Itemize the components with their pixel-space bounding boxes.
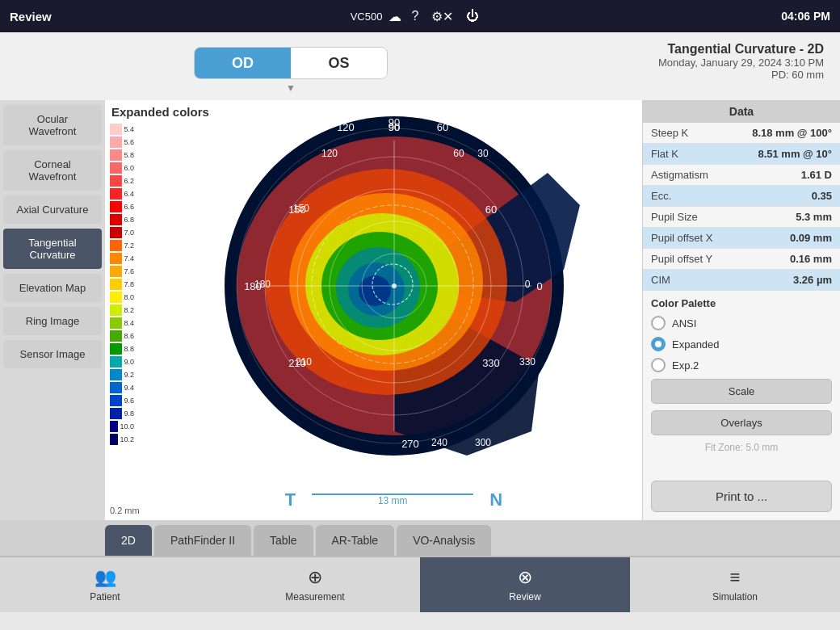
palette-expanded[interactable]: Expanded [643, 334, 840, 355]
pupil-offset-y-label: Pupil offset Y [651, 253, 712, 265]
steep-k-value: 8.18 mm @ 100° [752, 127, 832, 139]
scale-text: 13 mm [378, 495, 408, 506]
data-row-pupil-size: Pupil Size 5.3 mm [643, 207, 840, 228]
bottom-nav: 👥 Patient ⊕ Measurement ⊗ Review ≡ Simul… [0, 556, 840, 612]
sidebar-item-tangential-curvature[interactable]: TangentialCurvature [3, 229, 102, 269]
print-section: Print to ... [643, 472, 840, 520]
data-panel-header: Data [643, 100, 840, 123]
patient-icon: 👥 [94, 567, 116, 588]
measurement-icon: ⊕ [308, 567, 322, 588]
chart-title: Tangential Curvature - 2D [582, 42, 824, 57]
svg-text:240: 240 [430, 437, 447, 448]
data-row-flat-k: Flat K 8.51 mm @ 10° [643, 144, 840, 165]
data-row-pupil-offset-y: Pupil offset Y 0.16 mm [643, 249, 840, 270]
mm-label: 0.2 mm [110, 506, 140, 515]
ecc-label: Ecc. [651, 190, 671, 202]
svg-text:0: 0 [536, 280, 542, 292]
svg-text:330: 330 [519, 356, 535, 368]
pupil-size-value: 5.3 mm [796, 211, 832, 223]
top-bar: Review VC500 ☁ ? ⚙✕ ⏻ 04:06 PM [0, 0, 840, 32]
power-button[interactable]: ⏻ [463, 7, 482, 25]
help-button[interactable]: ? [408, 7, 422, 25]
palette-ansi-label: ANSI [672, 317, 696, 330]
tab-table[interactable]: Table [254, 525, 313, 556]
map-area: Expanded colors 5.4 5.6 5.8 6.0 6.2 6.4 … [105, 100, 642, 520]
color-palette-section: Color Palette [643, 291, 840, 313]
palette-ansi[interactable]: ANSI [643, 313, 840, 334]
sidebar-item-sensor-image[interactable]: Sensor Image [3, 340, 102, 368]
nav-patient-label: Patient [90, 591, 120, 603]
data-row-astigmatism: Astigmatism 1.61 D [643, 165, 840, 186]
tabs-row: 2D PathFinder II Table AR-Table VO-Analy… [0, 520, 840, 556]
palette-expanded-label: Expanded [672, 338, 720, 351]
color-scale: 5.4 5.6 5.8 6.0 6.2 6.4 6.6 6.8 7.0 7.2 … [110, 123, 134, 446]
svg-text:120: 120 [337, 121, 355, 133]
nav-simulation-label: Simulation [712, 591, 758, 603]
settings-button[interactable]: ⚙✕ [428, 7, 456, 26]
color-palette-label: Color Palette [651, 297, 716, 309]
svg-text:150: 150 [292, 203, 309, 214]
pupil-offset-x-label: Pupil offset X [651, 232, 712, 244]
tab-vo-analysis[interactable]: VO-Analysis [397, 525, 491, 556]
clock: 04:06 PM [781, 10, 830, 23]
tab-ar-table[interactable]: AR-Table [316, 525, 395, 556]
label-t: T [285, 489, 296, 510]
sidebar-item-ring-image[interactable]: Ring Image [3, 307, 102, 335]
map-bottom: T 13 mm N [145, 480, 642, 520]
svg-text:30: 30 [477, 148, 489, 159]
svg-point-8 [359, 275, 391, 306]
data-row-cim: CIM 3.26 µm [643, 270, 840, 291]
app-title: Review [10, 10, 52, 23]
radio-expanded [651, 337, 666, 351]
steep-k-label: Steep K [651, 127, 688, 139]
scale-bar: 13 mm [312, 494, 473, 506]
map-canvas[interactable]: 90 60 0 330 270 210 180 150 90 120 60 60… [145, 108, 642, 480]
pupil-offset-x-value: 0.09 mm [790, 232, 832, 244]
data-row-pupil-offset-x: Pupil offset X 0.09 mm [643, 228, 840, 249]
review-icon: ⊗ [518, 567, 532, 588]
nav-simulation[interactable]: ≡ Simulation [630, 557, 840, 612]
ecc-value: 0.35 [812, 190, 832, 202]
cim-label: CIM [651, 274, 670, 286]
od-button[interactable]: OD [195, 48, 291, 78]
flat-k-label: Flat K [651, 148, 678, 160]
header-area: OD OS ▼ Tangential Curvature - 2D Monday… [0, 32, 840, 100]
palette-exp2-label: Exp.2 [672, 359, 699, 372]
tab-2d[interactable]: 2D [105, 525, 152, 556]
svg-text:330: 330 [482, 357, 500, 369]
astigmatism-label: Astigmatism [651, 169, 708, 181]
os-button[interactable]: OS [291, 48, 387, 78]
sidebar-item-elevation-map[interactable]: Elevation Map [3, 274, 102, 302]
palette-exp2[interactable]: Exp.2 [643, 355, 840, 376]
svg-text:60: 60 [436, 121, 447, 133]
nav-measurement[interactable]: ⊕ Measurement [210, 557, 420, 612]
pupil-offset-y-value: 0.16 mm [790, 253, 832, 265]
print-button[interactable]: Print to ... [651, 481, 832, 512]
cim-value: 3.26 µm [793, 274, 832, 286]
radio-exp2 [651, 358, 666, 372]
label-n: N [489, 489, 502, 510]
fit-zone-label: Fit Zone: 5.0 mm [643, 439, 840, 456]
sidebar-item-axial-curvature[interactable]: Axial Curvature [3, 195, 102, 224]
pupil-size-label: Pupil Size [651, 211, 698, 223]
astigmatism-value: 1.61 D [801, 169, 832, 181]
nav-patient[interactable]: 👥 Patient [0, 557, 210, 612]
sidebar-item-corneal-wavefront[interactable]: CornealWavefront [3, 150, 102, 191]
chart-pd: PD: 60 mm [582, 69, 824, 81]
svg-text:60: 60 [453, 148, 464, 159]
svg-text:60: 60 [485, 204, 496, 216]
main-content: OcularWavefront CornealWavefront Axial C… [0, 100, 840, 520]
scale-button[interactable]: Scale [651, 379, 832, 404]
data-row-ecc: Ecc. 0.35 [643, 186, 840, 207]
cloud-icon: ☁ [388, 9, 401, 24]
sidebar-item-ocular-wavefront[interactable]: OcularWavefront [3, 105, 102, 145]
overlays-button[interactable]: Overlays [651, 410, 832, 435]
tab-pathfinder[interactable]: PathFinder II [154, 525, 251, 556]
radio-ansi [651, 316, 666, 330]
svg-text:90: 90 [388, 116, 399, 128]
top-center-icons: VC500 ☁ ? ⚙✕ ⏻ [351, 7, 483, 26]
nav-review[interactable]: ⊗ Review [420, 557, 630, 612]
flat-k-value: 8.51 mm @ 10° [758, 148, 832, 160]
eye-toggle: OD OS [194, 47, 388, 79]
simulation-icon: ≡ [730, 567, 741, 588]
